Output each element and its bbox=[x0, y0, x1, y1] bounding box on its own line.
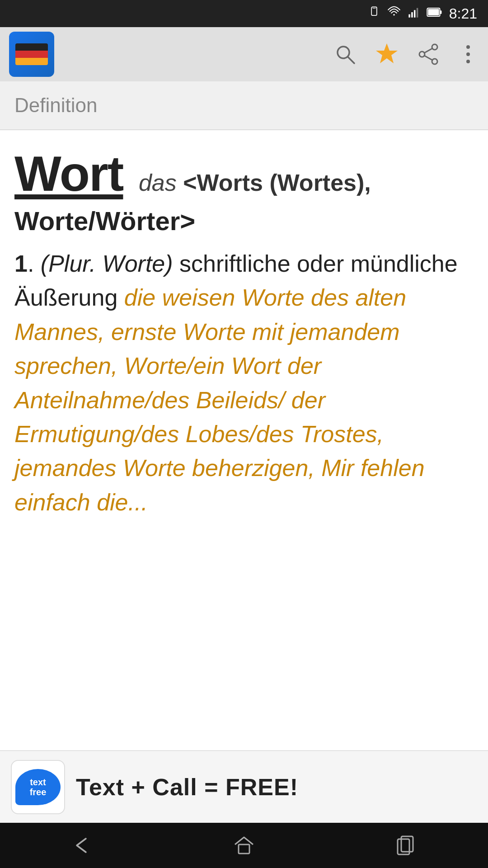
word-article: das bbox=[132, 169, 183, 196]
svg-rect-3 bbox=[408, 14, 410, 18]
share-button[interactable] bbox=[418, 43, 439, 65]
signal-icon bbox=[408, 6, 420, 21]
search-button[interactable] bbox=[334, 43, 356, 65]
svg-rect-8 bbox=[440, 10, 441, 14]
app-bar-actions bbox=[334, 42, 479, 67]
recents-button[interactable] bbox=[393, 832, 420, 859]
svg-rect-1 bbox=[372, 8, 375, 9]
word-genitive: <Worts (Wortes), bbox=[183, 169, 371, 196]
more-icon bbox=[457, 43, 479, 65]
ad-banner[interactable]: textfree Text + Call = FREE! bbox=[0, 750, 488, 823]
def-number: 1 bbox=[14, 250, 28, 277]
more-options-button[interactable] bbox=[457, 43, 479, 65]
share-icon bbox=[418, 43, 439, 65]
svg-point-2 bbox=[393, 14, 395, 16]
search-icon bbox=[334, 43, 356, 65]
definition-header: Definition bbox=[0, 81, 488, 130]
home-button[interactable] bbox=[230, 832, 258, 859]
app-logo bbox=[9, 32, 54, 77]
ad-tagline: Text + Call = FREE! bbox=[76, 774, 298, 801]
svg-rect-21 bbox=[239, 844, 249, 854]
svg-rect-9 bbox=[428, 9, 439, 15]
svg-point-19 bbox=[466, 52, 470, 56]
svg-rect-6 bbox=[417, 8, 418, 18]
def-example: die weisen Worte des alten Mannes, ernst… bbox=[14, 284, 425, 515]
wifi-icon bbox=[387, 6, 401, 21]
ad-logo-text: textfree bbox=[30, 777, 47, 797]
svg-point-20 bbox=[466, 60, 470, 63]
word-plural: Worte/Wörter> bbox=[14, 206, 474, 236]
nav-bar bbox=[0, 823, 488, 868]
back-button[interactable] bbox=[68, 832, 95, 859]
status-icons: 8:21 bbox=[368, 5, 477, 22]
svg-marker-12 bbox=[376, 43, 398, 63]
def-plur: (Plur. Worte) bbox=[41, 250, 173, 277]
phone-icon bbox=[368, 6, 380, 21]
battery-icon bbox=[427, 6, 443, 21]
ad-logo: textfree bbox=[11, 760, 65, 814]
svg-line-16 bbox=[424, 48, 432, 53]
flag-icon bbox=[15, 43, 48, 65]
definition-body: 1. (Plur. Worte) schriftliche oder mündl… bbox=[14, 247, 474, 519]
main-content: Wort das <Worts (Wortes), Worte/Wörter> … bbox=[0, 130, 488, 754]
svg-rect-5 bbox=[414, 10, 416, 17]
definition-label: Definition bbox=[14, 94, 97, 116]
star-icon bbox=[374, 42, 399, 67]
svg-rect-4 bbox=[411, 12, 413, 18]
status-bar: 8:21 bbox=[0, 0, 488, 27]
word-main: Wort bbox=[14, 145, 123, 202]
status-time: 8:21 bbox=[449, 5, 477, 22]
app-bar bbox=[0, 27, 488, 81]
ad-logo-bubble: textfree bbox=[15, 769, 61, 805]
svg-line-11 bbox=[348, 57, 354, 63]
favorite-button[interactable] bbox=[374, 42, 399, 67]
svg-point-18 bbox=[466, 45, 470, 49]
svg-line-17 bbox=[424, 56, 432, 60]
word-title-line: Wort das <Worts (Wortes), bbox=[14, 145, 474, 202]
